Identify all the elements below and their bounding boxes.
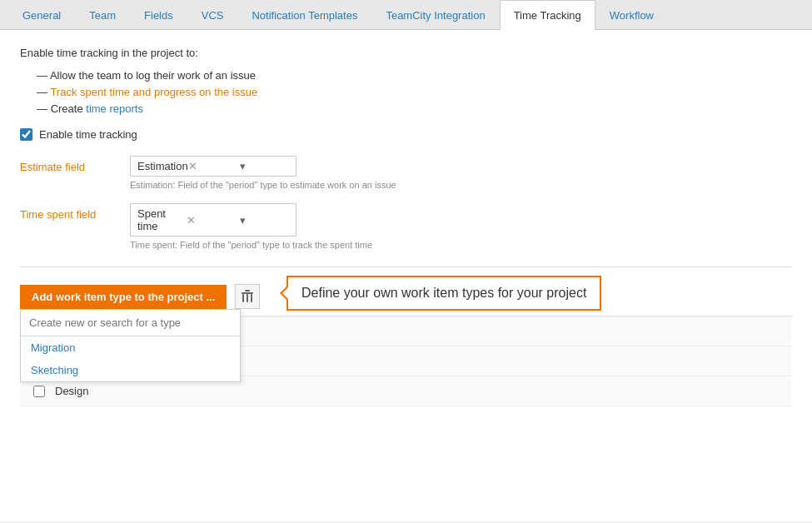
estimate-field-label: Estimate field [20, 156, 120, 173]
tab-fields[interactable]: Fields [130, 0, 187, 30]
estimate-field-row: Estimate field Estimation ✕ ▾ Estimation… [20, 156, 792, 190]
main-content: Enable time tracking in the project to: … [0, 30, 812, 521]
work-item-label-design: Design [55, 385, 88, 397]
svg-rect-1 [245, 290, 250, 291]
trash-icon [242, 290, 253, 303]
bullet-3: Create time reports [37, 102, 792, 115]
time-spent-field-value: Spent time [137, 207, 187, 232]
time-spent-arrow-icon[interactable]: ▾ [240, 214, 289, 227]
dropdown-search-input[interactable] [21, 310, 240, 336]
enable-tracking-row: Enable time tracking [20, 128, 792, 141]
work-items-header: Add work item type to the project ... Mi… [20, 284, 792, 309]
add-work-item-dropdown-container: Add work item type to the project ... Mi… [20, 285, 227, 309]
separator [20, 266, 792, 267]
time-reports-link[interactable]: time reports [86, 102, 143, 115]
time-spent-field-row: Time spent field Spent time ✕ ▾ Time spe… [20, 203, 792, 250]
intro-text: Enable time tracking in the project to: [20, 47, 792, 59]
svg-rect-4 [251, 294, 252, 302]
time-spent-field-label: Time spent field [20, 203, 120, 221]
add-work-item-button[interactable]: Add work item type to the project ... [20, 285, 227, 309]
tab-notification-templates[interactable]: Notification Templates [237, 0, 371, 30]
bullet-2-text: Track spent time and progress on the iss… [50, 86, 257, 98]
svg-rect-2 [242, 294, 244, 302]
delete-button[interactable] [235, 284, 260, 309]
bullet-1-text: Allow the team to log their work of an i… [50, 69, 256, 82]
estimate-field-select[interactable]: Estimation ✕ ▾ [130, 156, 296, 177]
tab-team[interactable]: Team [75, 0, 130, 30]
tab-time-tracking[interactable]: Time Tracking [500, 0, 595, 30]
tab-teamcity-integration[interactable]: TeamCity Integration [371, 0, 499, 30]
tab-vcs[interactable]: VCS [187, 0, 238, 30]
estimate-arrow-icon[interactable]: ▾ [240, 160, 289, 172]
dropdown-panel: Migration Sketching [20, 309, 241, 382]
tab-bar: GeneralTeamFieldsVCSNotification Templat… [0, 0, 812, 30]
bullet-1: Allow the team to log their work of an i… [37, 69, 792, 82]
enable-tracking-checkbox[interactable] [20, 128, 32, 141]
time-spent-field-right: Spent time ✕ ▾ Time spent: Field of the … [130, 203, 372, 250]
bullet-list: Allow the team to log their work of an i… [37, 69, 792, 115]
enable-tracking-label: Enable time tracking [39, 128, 137, 141]
estimate-field-value: Estimation [137, 160, 188, 172]
time-spent-field-hint: Time spent: Field of the "period" type t… [130, 240, 372, 250]
callout-text: Define your own work item types for your… [301, 286, 586, 300]
dropdown-item-sketching[interactable]: Sketching [21, 359, 240, 381]
work-item-checkbox-design[interactable] [33, 386, 45, 397]
svg-rect-0 [242, 292, 253, 294]
time-spent-field-select[interactable]: Spent time ✕ ▾ [130, 203, 296, 237]
bullet-3-prefix: Create [51, 102, 87, 115]
estimate-field-right: Estimation ✕ ▾ Estimation: Field of the … [130, 156, 396, 190]
estimate-field-hint: Estimation: Field of the "period" type t… [130, 180, 396, 190]
time-spent-clear-icon[interactable]: ✕ [187, 214, 236, 227]
tab-general[interactable]: General [8, 0, 75, 30]
dropdown-item-migration[interactable]: Migration [21, 336, 240, 359]
callout-box: Define your own work item types for your… [286, 276, 601, 311]
bullet-2: Track spent time and progress on the iss… [37, 86, 792, 98]
estimate-clear-icon[interactable]: ✕ [188, 160, 237, 172]
svg-rect-3 [247, 294, 248, 302]
tab-workflow[interactable]: Workflow [595, 0, 668, 30]
